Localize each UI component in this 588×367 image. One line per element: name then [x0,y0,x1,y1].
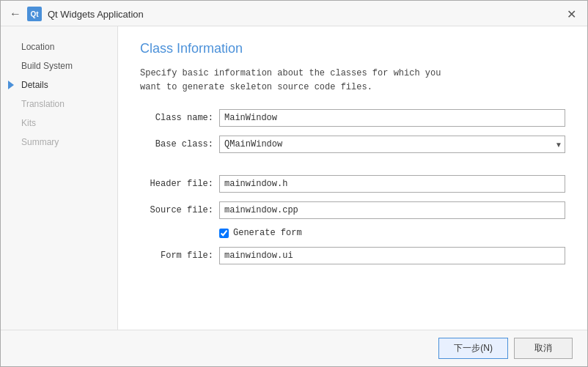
section-title: Class Information [140,41,565,56]
window-icon: Qt [27,7,42,21]
class-name-label: Class name: [140,113,213,123]
form-file-label: Form file: [140,251,213,261]
dialog: ← Qt Qt Widgets Application ✕ Location B… [0,0,588,367]
main-content: Location Build System Details Translatio… [1,26,587,330]
sidebar-item-location[interactable]: Location [1,38,117,56]
title-bar: ← Qt Qt Widgets Application ✕ [1,1,587,26]
sidebar-item-translation: Translation [1,95,117,113]
close-button[interactable]: ✕ [564,7,578,21]
source-file-input[interactable] [219,201,565,219]
back-button[interactable]: ← [10,8,21,20]
sidebar-item-label: Build System [21,61,73,71]
base-class-select-wrap: QMainWindow QDialog QWidget ▼ [219,136,565,153]
sidebar-item-kits: Kits [1,114,117,132]
content-area: Class Information Specify basic informat… [118,26,587,330]
source-file-label: Source file: [140,205,213,215]
sidebar-item-label: Kits [21,118,36,128]
spacer [140,162,565,166]
sidebar-item-summary: Summary [1,133,117,151]
footer: 下一步(N) 取消 [1,330,587,366]
generate-form-label: Generate form [233,228,302,238]
class-name-row: Class name: [140,109,565,127]
description: Specify basic information about the clas… [140,67,492,94]
header-file-label: Header file: [140,179,213,189]
base-class-row: Base class: QMainWindow QDialog QWidget … [140,136,565,153]
source-file-row: Source file: [140,201,565,219]
sidebar-item-label: Translation [21,99,65,109]
class-name-input[interactable] [219,109,565,127]
base-class-label: Base class: [140,139,213,149]
header-file-row: Header file: [140,175,565,193]
form-file-row: Form file: [140,247,565,264]
form-file-input[interactable] [219,247,565,264]
sidebar-item-build-system[interactable]: Build System [1,57,117,75]
sidebar-item-label: Summary [21,137,59,147]
sidebar-item-label: Location [21,42,54,52]
form-area: Class name: Base class: QMainWindow QDia… [140,109,565,264]
cancel-button[interactable]: 取消 [514,338,573,359]
base-class-select[interactable]: QMainWindow QDialog QWidget [219,136,565,153]
window-title: Qt Widgets Application [48,9,144,20]
generate-form-row: Generate form [140,228,565,238]
sidebar-item-label: Details [21,80,48,90]
next-button[interactable]: 下一步(N) [438,338,508,359]
sidebar-item-details[interactable]: Details [1,76,117,94]
generate-form-checkbox[interactable] [219,229,229,238]
title-left: ← Qt Qt Widgets Application [10,7,144,21]
sidebar: Location Build System Details Translatio… [1,26,118,330]
header-file-input[interactable] [219,175,565,193]
